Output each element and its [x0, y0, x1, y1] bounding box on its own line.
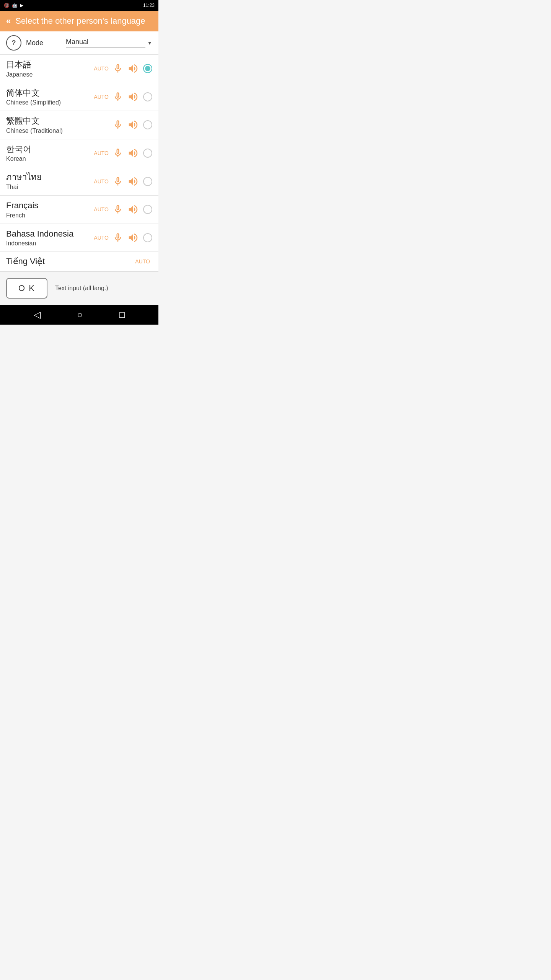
language-text-thai: ภาษาไทย Thai: [6, 172, 94, 191]
back-button[interactable]: «: [6, 16, 11, 26]
auto-label: AUTO: [94, 178, 109, 185]
language-english: Indonesian: [6, 240, 94, 247]
language-text-vietnamese: Tiếng Việt: [6, 256, 135, 266]
list-item[interactable]: 繁體中文 Chinese (Traditional): [0, 111, 158, 139]
back-nav-icon[interactable]: ◁: [34, 309, 41, 320]
mic-icon[interactable]: [111, 62, 125, 75]
status-bar: 📵 🤖 ▶ 11:23: [0, 0, 158, 11]
home-nav-icon[interactable]: ○: [77, 309, 83, 320]
list-item[interactable]: Français French AUTO: [0, 196, 158, 224]
speaker-icon[interactable]: [126, 146, 140, 160]
auto-label: AUTO: [94, 150, 109, 156]
list-item[interactable]: 日本語 Japanese AUTO: [0, 55, 158, 83]
language-native: Français: [6, 200, 94, 211]
header: « Select the other person's language: [0, 11, 158, 31]
auto-label: AUTO: [94, 235, 109, 241]
speaker-icon[interactable]: [126, 90, 140, 104]
time-display: 11:23: [143, 3, 155, 8]
language-english: Korean: [6, 155, 94, 162]
android-icon: 🤖: [12, 3, 18, 8]
language-list: 日本語 Japanese AUTO 简体中文 Chinese (Simplifi…: [0, 55, 158, 271]
status-bar-right: 11:23: [143, 3, 155, 8]
mode-value[interactable]: Manual: [66, 38, 145, 48]
speaker-icon[interactable]: [126, 175, 140, 188]
footer: O K Text input (all lang.): [0, 271, 158, 305]
language-english: Thai: [6, 184, 94, 191]
help-icon[interactable]: ?: [6, 35, 21, 51]
mic-icon[interactable]: [111, 175, 125, 188]
list-item[interactable]: Tiếng Việt AUTO: [0, 252, 158, 271]
mic-icon[interactable]: [111, 203, 125, 216]
mic-icon[interactable]: [111, 231, 125, 245]
language-english: Chinese (Simplified): [6, 99, 94, 106]
language-text-japanese: 日本語 Japanese: [6, 59, 94, 78]
language-native: ภาษาไทย: [6, 172, 94, 183]
auto-label: AUTO: [135, 258, 150, 265]
speaker-icon[interactable]: [126, 118, 140, 132]
language-text-chinese-traditional: 繁體中文 Chinese (Traditional): [6, 116, 109, 134]
radio-button-chinese-simplified[interactable]: [143, 92, 152, 101]
language-native: Bahasa Indonesia: [6, 229, 94, 240]
mic-icon[interactable]: [111, 118, 125, 132]
speaker-icon[interactable]: [126, 231, 140, 245]
language-native: 简体中文: [6, 88, 94, 99]
radio-button-japanese[interactable]: [143, 64, 152, 73]
auto-label: AUTO: [94, 206, 109, 212]
page-title: Select the other person's language: [15, 16, 145, 26]
list-item[interactable]: Bahasa Indonesia Indonesian AUTO: [0, 224, 158, 252]
language-native: 한국어: [6, 144, 94, 155]
mode-label: Mode: [26, 39, 66, 47]
list-item[interactable]: 한국어 Korean AUTO: [0, 139, 158, 168]
language-text-indonesian: Bahasa Indonesia Indonesian: [6, 229, 94, 247]
language-text-chinese-simplified: 简体中文 Chinese (Simplified): [6, 88, 94, 106]
text-input-label[interactable]: Text input (all lang.): [55, 285, 108, 292]
radio-button-french[interactable]: [143, 205, 152, 214]
status-bar-left: 📵 🤖 ▶: [4, 3, 23, 8]
radio-button-thai[interactable]: [143, 177, 152, 186]
notification-icon: 📵: [4, 3, 10, 8]
speaker-icon[interactable]: [126, 62, 140, 75]
language-text-french: Français French: [6, 200, 94, 219]
language-native: Tiếng Việt: [6, 256, 135, 266]
mic-icon[interactable]: [111, 146, 125, 160]
auto-label: AUTO: [94, 65, 109, 72]
dropdown-arrow-icon[interactable]: ▼: [147, 40, 152, 46]
mode-row: ? Mode Manual ▼: [0, 31, 158, 55]
language-text-korean: 한국어 Korean: [6, 144, 94, 163]
language-english: Chinese (Traditional): [6, 127, 109, 134]
radio-button-korean[interactable]: [143, 149, 152, 158]
speaker-icon[interactable]: [126, 203, 140, 216]
language-english: French: [6, 212, 94, 219]
radio-button-chinese-traditional[interactable]: [143, 120, 152, 129]
radio-button-indonesian[interactable]: [143, 233, 152, 242]
playstore-icon: ▶: [20, 3, 23, 8]
auto-label: AUTO: [94, 94, 109, 100]
language-native: 繁體中文: [6, 116, 109, 127]
nav-bar: ◁ ○ □: [0, 305, 158, 325]
ok-button[interactable]: O K: [6, 278, 47, 299]
list-item[interactable]: ภาษาไทย Thai AUTO: [0, 167, 158, 196]
list-item[interactable]: 简体中文 Chinese (Simplified) AUTO: [0, 83, 158, 111]
recent-nav-icon[interactable]: □: [119, 309, 125, 320]
language-english: Japanese: [6, 71, 94, 78]
language-native: 日本語: [6, 59, 94, 70]
mic-icon[interactable]: [111, 90, 125, 104]
